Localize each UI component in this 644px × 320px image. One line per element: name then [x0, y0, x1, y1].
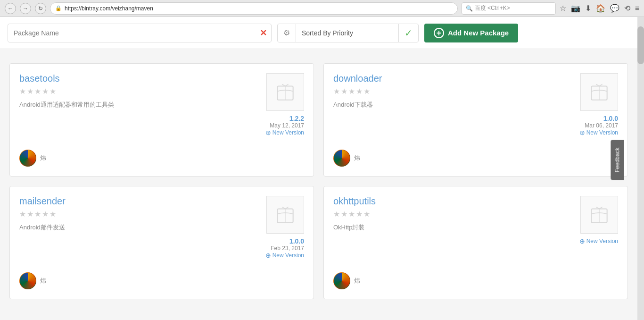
new-version-button-mailsender[interactable]: ⊕ New Version — [265, 252, 304, 259]
new-version-label: New Version — [272, 129, 304, 136]
new-version-label: New Version — [586, 238, 618, 244]
url-text: https://bintray.com/veizhang/maven — [65, 5, 153, 12]
back-button[interactable]: ← — [5, 3, 16, 14]
avatar-image — [334, 273, 350, 289]
package-card-okhttputils: okhttputils ★★★★★ OkHttp封装 — [323, 186, 628, 299]
package-card-mailsender: mailsender ★★★★★ Android邮件发送 — [9, 186, 314, 299]
card-stars: ★★★★★ — [19, 210, 262, 219]
search-placeholder: 百度 <Ctrl+K> — [475, 4, 510, 12]
star-2: ★ — [341, 87, 347, 96]
search-clear-button[interactable]: ✕ — [260, 28, 267, 38]
scrollbar-track[interactable] — [637, 17, 644, 320]
scrollbar-thumb[interactable] — [637, 26, 644, 64]
star-2: ★ — [341, 210, 347, 219]
card-name-basetools[interactable]: basetools — [19, 73, 262, 84]
card-description: OkHttp封装 — [333, 223, 576, 232]
author-avatar — [333, 150, 350, 167]
author-avatar — [19, 150, 36, 167]
card-version-area: ⊕ New Version — [579, 237, 618, 245]
menu-icon[interactable]: ≡ — [635, 4, 639, 13]
sort-gear-icon: ⚙ — [278, 24, 296, 42]
card-date: May 12, 2017 — [270, 122, 304, 129]
search-wrapper: ✕ — [8, 24, 272, 42]
forward-button[interactable]: → — [20, 3, 31, 14]
plus-circle-icon: ⊕ — [265, 129, 271, 136]
home-icon[interactable]: 🏠 — [596, 4, 605, 13]
package-card-basetools: basetools ★★★★★ Android通用适配器和常用的工具类 — [9, 63, 314, 177]
card-footer: 炜 — [333, 142, 618, 167]
star-3: ★ — [34, 210, 41, 219]
star-2: ★ — [27, 87, 33, 96]
feedback-sidebar[interactable]: Feedback — [611, 140, 624, 180]
star-3: ★ — [348, 87, 355, 96]
new-version-label: New Version — [586, 129, 618, 136]
card-info: okhttputils ★★★★★ OkHttp封装 — [333, 196, 576, 232]
card-stars: ★★★★★ — [19, 87, 262, 96]
card-top: mailsender ★★★★★ Android邮件发送 — [19, 196, 304, 259]
feedback-label: Feedback — [614, 148, 621, 173]
card-name-downloader[interactable]: downloader — [333, 73, 576, 84]
browser-search[interactable]: 🔍 百度 <Ctrl+K> — [462, 2, 556, 15]
author-name: 炜 — [40, 277, 46, 285]
package-card-downloader: downloader ★★★★★ Android下载器 — [323, 63, 628, 177]
card-top: basetools ★★★★★ Android通用适配器和常用的工具类 — [19, 73, 304, 136]
star-5: ★ — [363, 87, 370, 96]
search-icon: 🔍 — [466, 5, 473, 12]
card-info: mailsender ★★★★★ Android邮件发送 — [19, 196, 262, 232]
card-name-okhttputils[interactable]: okhttputils — [333, 196, 576, 207]
card-stars: ★★★★★ — [333, 210, 576, 219]
card-description: Android邮件发送 — [19, 223, 262, 232]
card-package-icon — [580, 196, 618, 234]
author-name: 炜 — [40, 154, 46, 162]
download-icon[interactable]: ⬇ — [585, 4, 591, 13]
chat-icon[interactable]: 💬 — [610, 4, 619, 13]
new-version-button-basetools[interactable]: ⊕ New Version — [265, 129, 304, 136]
card-version-area: 1.0.0 Feb 23, 2017 ⊕ New Version — [265, 237, 304, 259]
browser-chrome: ← → ↻ 🔒 https://bintray.com/veizhang/mav… — [0, 0, 644, 17]
add-icon: + — [434, 28, 444, 38]
card-top: downloader ★★★★★ Android下载器 — [333, 73, 618, 136]
card-version: 1.0.0 — [603, 115, 618, 122]
card-package-icon — [580, 73, 618, 111]
bookmark-icon[interactable]: ☆ — [560, 4, 566, 13]
plus-circle-icon: ⊕ — [265, 252, 271, 259]
author-avatar — [19, 272, 36, 289]
star-2: ★ — [27, 210, 33, 219]
browser-toolbar-icons: ☆ 📷 ⬇ 🏠 💬 ⟲ ≡ — [560, 4, 639, 13]
author-name: 炜 — [354, 277, 360, 285]
star-4: ★ — [356, 210, 363, 219]
add-package-label: Add New Package — [448, 29, 509, 37]
star-1: ★ — [333, 210, 340, 219]
card-stars: ★★★★★ — [333, 87, 576, 96]
star-1: ★ — [19, 87, 26, 96]
star-4: ★ — [356, 87, 363, 96]
card-date: Feb 23, 2017 — [271, 245, 304, 252]
card-package-icon — [266, 196, 304, 234]
card-package-icon — [266, 73, 304, 111]
screenshot-icon[interactable]: 📷 — [571, 4, 580, 13]
sort-label: Sorted By Priority — [296, 29, 398, 37]
card-name-mailsender[interactable]: mailsender — [19, 196, 262, 207]
author-avatar — [333, 272, 350, 289]
card-description: Android通用适配器和常用的工具类 — [19, 101, 262, 109]
card-footer: 炜 — [19, 265, 304, 289]
card-right: 1.0.0 Mar 06, 2017 ⊕ New Version — [576, 73, 618, 136]
url-bar[interactable]: 🔒 https://bintray.com/veizhang/maven — [50, 2, 458, 15]
card-right: 1.0.0 Feb 23, 2017 ⊕ New Version — [262, 196, 304, 259]
package-search-input[interactable] — [8, 24, 272, 42]
star-5: ★ — [50, 210, 56, 219]
card-footer: 炜 — [333, 265, 618, 289]
card-version: 1.2.2 — [289, 115, 304, 122]
plus-circle-icon: ⊕ — [579, 237, 585, 245]
reload-button[interactable]: ↻ — [35, 3, 46, 14]
sort-chevron-icon[interactable]: ✓ — [398, 24, 418, 42]
avatar-image — [334, 150, 350, 166]
history-icon[interactable]: ⟲ — [624, 4, 630, 13]
new-version-button-okhttputils[interactable]: ⊕ New Version — [579, 237, 618, 245]
page-toolbar: ✕ ⚙ Sorted By Priority ✓ + Add New Packa… — [0, 17, 644, 49]
star-3: ★ — [34, 87, 41, 96]
star-3: ★ — [348, 210, 355, 219]
add-package-button[interactable]: + Add New Package — [424, 24, 518, 42]
sort-selector[interactable]: ⚙ Sorted By Priority ✓ — [277, 24, 419, 42]
new-version-button-downloader[interactable]: ⊕ New Version — [579, 129, 618, 136]
